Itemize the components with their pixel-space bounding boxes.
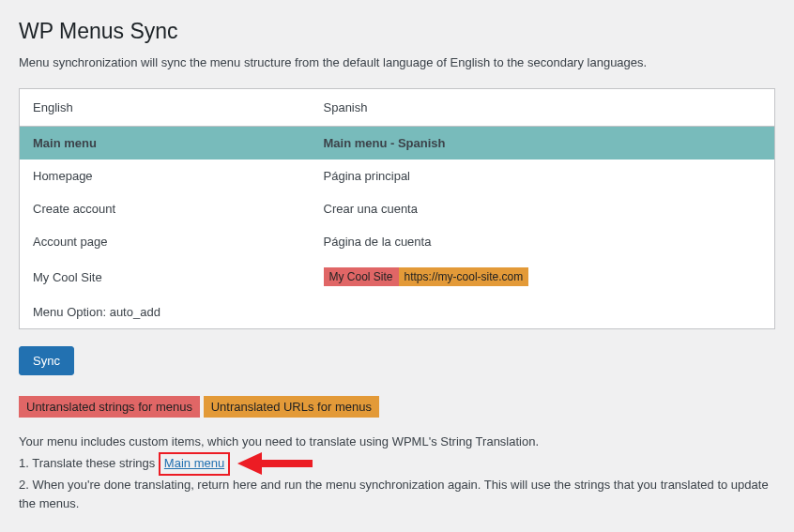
cell-es-custom: My Cool Sitehttps://my-cool-site.com <box>311 258 775 296</box>
cell-en: Homepage <box>20 160 311 192</box>
menus-sync-table: English Spanish Main menu Main menu - Sp… <box>19 88 775 329</box>
sync-button[interactable]: Sync <box>19 346 74 375</box>
col-header-english: English <box>20 89 311 127</box>
cell-en: My Cool Site <box>20 258 311 296</box>
table-row: Create account Crear una cuenta <box>20 192 775 225</box>
arrow-annotation-icon <box>237 452 313 475</box>
instructions-intro: Your menu includes custom items, which y… <box>19 433 775 452</box>
untranslated-url-badge: https://my-cool-site.com <box>399 267 529 286</box>
untranslated-string-badge: My Cool Site <box>324 267 399 286</box>
svg-marker-1 <box>237 452 262 475</box>
table-row-custom: My Cool Site My Cool Sitehttps://my-cool… <box>20 258 775 296</box>
cell-es: Página principal <box>311 160 775 192</box>
instructions-step2: 2. When you're done translating, return … <box>19 476 775 515</box>
menu-title-row: Main menu Main menu - Spanish <box>20 127 775 160</box>
legend-untranslated-urls: Untranslated URLs for menus <box>204 396 379 418</box>
cell-en: Account page <box>20 225 311 258</box>
menu-title-en: Main menu <box>20 127 311 160</box>
cell-es: Página de la cuenta <box>311 225 775 258</box>
svg-rect-0 <box>258 460 313 467</box>
instructions: Your menu includes custom items, which y… <box>19 433 775 514</box>
main-menu-link-highlight: Main menu <box>159 452 230 476</box>
menu-title-es: Main menu - Spanish <box>311 127 775 160</box>
step1-prefix: 1. Translate these strings <box>19 456 159 470</box>
cell-en: Create account <box>20 192 311 225</box>
cell-es: Crear una cuenta <box>311 192 775 225</box>
legend-untranslated-strings: Untranslated strings for menus <box>19 396 200 418</box>
main-menu-link[interactable]: Main menu <box>164 456 224 470</box>
cell-option: Menu Option: auto_add <box>20 296 311 329</box>
legend: Untranslated strings for menus Untransla… <box>19 396 775 418</box>
page-title: WP Menus Sync <box>19 19 775 44</box>
table-header-row: English Spanish <box>20 89 775 127</box>
table-row: Account page Página de la cuenta <box>20 225 775 258</box>
table-row: Homepage Página principal <box>20 160 775 192</box>
col-header-spanish: Spanish <box>311 89 775 127</box>
intro-text: Menu synchronization will sync the menu … <box>19 55 775 69</box>
table-row-option: Menu Option: auto_add <box>20 296 775 329</box>
instructions-step1: 1. Translate these strings Main menu <box>19 452 775 476</box>
